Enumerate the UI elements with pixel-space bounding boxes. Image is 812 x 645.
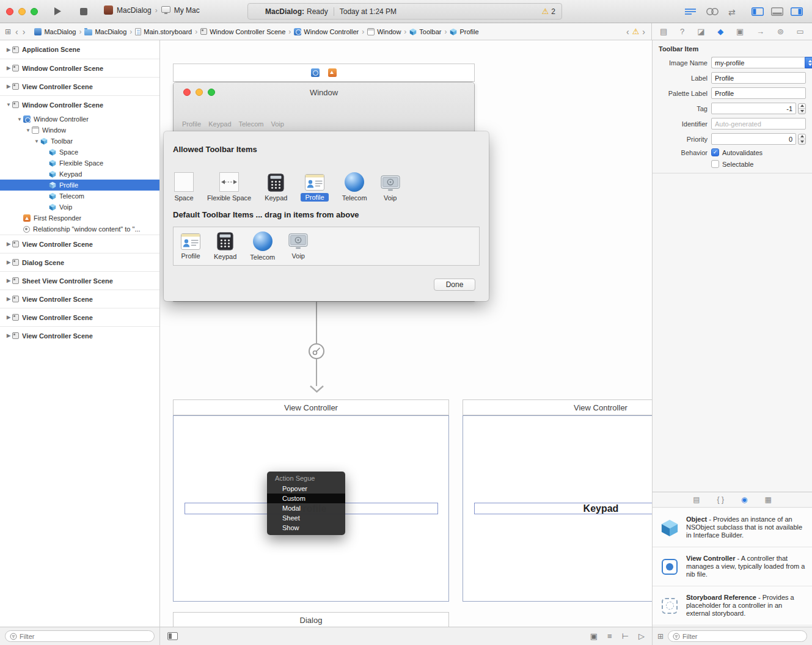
outline-row-telecom[interactable]: Telecom: [0, 191, 159, 202]
dialog-scene-header[interactable]: Dialog: [173, 612, 449, 627]
identity-inspector-tab[interactable]: ◪: [697, 27, 704, 35]
outline-row-voip[interactable]: Voip: [0, 202, 159, 213]
grid-view-icon[interactable]: ⊞: [657, 633, 664, 640]
breadcrumb-toolbar[interactable]: Toolbar: [409, 28, 441, 35]
disclosure-triangle[interactable]: ▼: [33, 139, 40, 144]
align-icon[interactable]: ≡: [607, 632, 612, 640]
outline-row-window-controller-scene-2[interactable]: ▼Window Controller Scene: [0, 95, 159, 114]
disclosure-triangle[interactable]: ▶: [5, 296, 12, 302]
outline-row-first-responder[interactable]: First Responder: [0, 213, 159, 224]
combo-dropdown-button[interactable]: [805, 57, 812, 68]
storyboard-canvas[interactable]: Window Profile Keypad Telecom Voip Allow…: [160, 40, 652, 627]
utilities-toggle-button[interactable]: [791, 7, 803, 17]
outline-row-application-scene[interactable]: ▶Application Scene: [0, 40, 159, 59]
scheme-selector[interactable]: MacDialog › My Mac: [104, 5, 200, 15]
vc-right-view[interactable]: Keypad: [463, 415, 652, 602]
outline-row-sheet-view-controller-scene[interactable]: ▶Sheet View Controller Scene: [0, 271, 159, 290]
issues-badge[interactable]: ⚠ 2: [542, 7, 555, 16]
size-inspector-tab[interactable]: ▣: [736, 27, 744, 35]
version-editor-button[interactable]: ⇄: [728, 8, 736, 16]
allowed-item-space[interactable]: Space: [174, 172, 194, 202]
stop-button[interactable]: [80, 8, 87, 15]
disclosure-triangle[interactable]: ▼: [16, 117, 23, 122]
outline-row-window[interactable]: ▼Window: [0, 125, 159, 136]
library-item-storyboard-reference[interactable]: Storyboard Reference - Provides a placeh…: [653, 586, 812, 625]
bindings-inspector-tab[interactable]: ⊚: [777, 27, 784, 35]
related-items-icon[interactable]: ⊞: [5, 27, 11, 36]
close-window-button[interactable]: [6, 8, 13, 15]
file-template-library-icon[interactable]: ▤: [693, 495, 700, 504]
outline-row-view-controller-scene-3[interactable]: ▶View Controller Scene: [0, 290, 159, 308]
minimize-window-button[interactable]: [18, 8, 26, 15]
breadcrumb-profile[interactable]: Profile: [450, 28, 478, 35]
autovalidates-checkbox[interactable]: ✓: [711, 148, 719, 156]
library-filter-input[interactable]: [682, 633, 802, 640]
stack-icon[interactable]: ▣: [590, 632, 598, 640]
disclosure-triangle[interactable]: ▶: [5, 260, 12, 265]
disclosure-triangle[interactable]: ▶: [5, 315, 12, 320]
forward-button[interactable]: ›: [23, 27, 26, 36]
media-library-icon[interactable]: ▦: [764, 495, 771, 504]
pin-icon[interactable]: ⊢: [622, 632, 629, 640]
library-item-object[interactable]: Object - Provides an instance of an NSOb…: [653, 508, 812, 547]
breadcrumb-storyboard[interactable]: Main.storyboard: [135, 28, 192, 35]
breadcrumb-window[interactable]: Window: [367, 28, 401, 35]
toolbar-item-profile[interactable]: Profile: [182, 120, 201, 128]
outline-row-dialog-scene[interactable]: ▶Dialog Scene: [0, 253, 159, 271]
connections-inspector-tab[interactable]: →: [756, 27, 764, 35]
previous-issue-button[interactable]: ‹: [626, 27, 629, 36]
outline-row-view-controller-scene-4[interactable]: ▶View Controller Scene: [0, 308, 159, 326]
vc-right-header[interactable]: View Controller: [463, 399, 652, 415]
allowed-item-flexible-space[interactable]: Flexible Space: [207, 172, 251, 202]
segue-menu-item-sheet[interactable]: Sheet: [267, 513, 345, 523]
first-responder-icon[interactable]: [328, 68, 337, 77]
back-button[interactable]: ‹: [15, 27, 18, 36]
breadcrumb-scene[interactable]: Window Controller Scene: [200, 28, 285, 35]
default-item-profile[interactable]: Profile: [181, 233, 200, 260]
breadcrumb-group[interactable]: MacDialog: [84, 28, 126, 35]
disclosure-triangle[interactable]: ▶: [5, 241, 12, 247]
outline-row-view-controller-scene-1[interactable]: ▶View Controller Scene: [0, 77, 159, 95]
disclosure-triangle[interactable]: ▶: [5, 278, 12, 283]
tag-input[interactable]: [711, 103, 796, 114]
segue-badge[interactable]: [309, 343, 324, 359]
priority-input[interactable]: [711, 133, 796, 145]
vc-left-header[interactable]: View Controller: [173, 399, 449, 415]
outline-row-view-controller-scene-5[interactable]: ▶View Controller Scene: [0, 326, 159, 344]
view-effects-inspector-tab[interactable]: ▭: [797, 27, 804, 35]
toolbar-item-telecom[interactable]: Telecom: [239, 120, 264, 128]
allowed-item-profile[interactable]: Profile: [301, 174, 328, 202]
code-snippet-library-icon[interactable]: { }: [717, 495, 724, 504]
disclosure-triangle[interactable]: ▶: [5, 65, 12, 71]
window-controller-icon[interactable]: [311, 68, 320, 77]
outline-row-toolbar[interactable]: ▼Toolbar: [0, 136, 159, 147]
identifier-input[interactable]: [711, 118, 806, 129]
standard-editor-button[interactable]: [684, 7, 697, 17]
tag-stepper[interactable]: [798, 103, 806, 114]
priority-stepper[interactable]: [798, 134, 806, 145]
attributes-inspector-tab[interactable]: ◆: [717, 27, 723, 35]
file-inspector-tab[interactable]: ▤: [660, 27, 667, 35]
vc-right-field[interactable]: Keypad: [474, 503, 652, 514]
selectable-checkbox[interactable]: [711, 160, 719, 168]
breadcrumb-project[interactable]: MacDialog: [34, 28, 76, 35]
disclosure-triangle[interactable]: ▼: [24, 128, 32, 133]
breadcrumb-window-controller[interactable]: Window Controller: [294, 28, 359, 35]
allowed-item-voip[interactable]: Voip: [381, 175, 400, 202]
outline-row-keypad[interactable]: Keypad: [0, 169, 159, 180]
next-issue-button[interactable]: ›: [642, 27, 645, 36]
outline-row-window-controller[interactable]: ▼Window Controller: [0, 114, 159, 125]
default-item-voip[interactable]: Voip: [288, 233, 308, 260]
library-filter-field[interactable]: [668, 630, 807, 642]
segue-menu-item-modal[interactable]: Modal: [267, 503, 345, 513]
image-name-input[interactable]: [711, 57, 805, 68]
outline-filter-field[interactable]: [5, 630, 155, 642]
debug-area-toggle-button[interactable]: [771, 7, 783, 17]
outline-row-relationship[interactable]: Relationship "window content" to "...: [0, 224, 159, 235]
outline-row-window-controller-scene-1[interactable]: ▶Window Controller Scene: [0, 59, 159, 77]
object-library-icon[interactable]: ◉: [741, 495, 747, 504]
outline-row-space[interactable]: Space: [0, 147, 159, 158]
done-button[interactable]: Done: [434, 279, 475, 291]
outline-row-flexible-space[interactable]: Flexible Space: [0, 158, 159, 169]
navigator-toggle-button[interactable]: [752, 7, 764, 17]
